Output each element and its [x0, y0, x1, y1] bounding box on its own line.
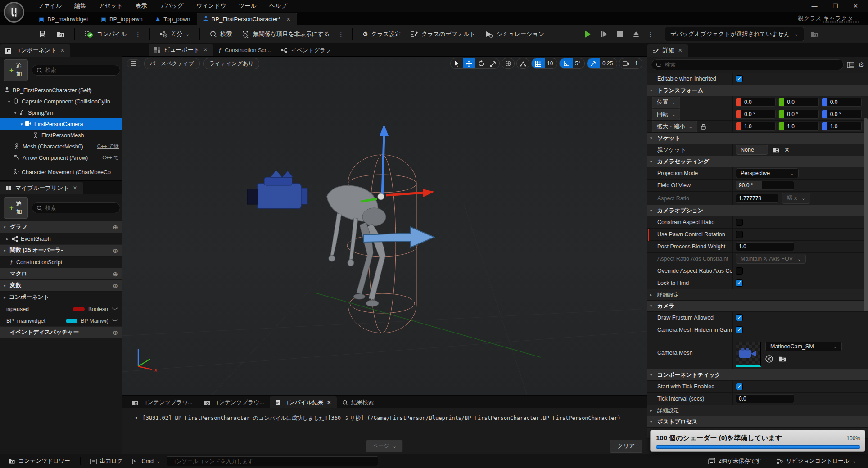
- category-socket[interactable]: ▾ソケット: [647, 133, 868, 144]
- tab-components[interactable]: コンポーネント ✕: [0, 44, 70, 57]
- row-advanced-tick[interactable]: ▸詳細設定: [647, 405, 868, 416]
- add-macro-icon[interactable]: ⊕: [113, 270, 118, 278]
- projection-mode-select[interactable]: Perspective⌄: [736, 168, 799, 178]
- section-graphs[interactable]: ▾ グラフ ⊕: [0, 221, 122, 233]
- rotation-z-field[interactable]: 0.0 °: [822, 110, 862, 119]
- expander-icon[interactable]: ▸: [4, 295, 9, 300]
- draw-frustum-checkbox[interactable]: [736, 314, 743, 321]
- aspect-ratio-unit-select[interactable]: 幅 x⌄: [782, 193, 810, 204]
- aspect-ratio-field[interactable]: 1.777778: [736, 194, 778, 203]
- play-button[interactable]: [581, 28, 594, 40]
- viewport-3d[interactable]: パースペクティブ ライティングあり 10: [122, 57, 647, 395]
- add-graph-icon[interactable]: ⊕: [113, 224, 118, 231]
- close-icon[interactable]: ✕: [72, 185, 77, 191]
- row-var-bp-mainwidget[interactable]: BP_mainwidget BP Mainwi(: [0, 315, 122, 327]
- clear-button[interactable]: クリア: [610, 440, 642, 453]
- category-camera-settings[interactable]: ▾カメラセッティング: [647, 156, 868, 167]
- maximize-button[interactable]: ❐: [832, 3, 838, 9]
- lock-to-hmd-checkbox[interactable]: [736, 279, 743, 287]
- row-eventgraph[interactable]: ▸ EventGraph: [0, 233, 122, 245]
- output-log-button[interactable]: 出力ログ: [87, 455, 127, 467]
- menu-file[interactable]: ファイル: [32, 0, 67, 12]
- grid-snap-value[interactable]: 10: [545, 60, 557, 67]
- scale-z-field[interactable]: 1.0: [822, 122, 862, 131]
- perspective-button[interactable]: パースペクティブ: [144, 58, 200, 69]
- tab-top-pown[interactable]: ♟ Top_pown: [149, 13, 197, 25]
- add-variable-icon[interactable]: ⊕: [113, 282, 118, 289]
- debug-object-select[interactable]: デバッグオブジェクトが選択されていません ⌄: [665, 27, 804, 41]
- menu-window[interactable]: ウィンドウ: [191, 0, 232, 12]
- class-defaults-button[interactable]: クラスのデフォルト: [407, 27, 479, 41]
- content-drawer-button[interactable]: コンテンツドロワー: [5, 455, 74, 467]
- override-aspect-ratio-checkbox[interactable]: [736, 267, 743, 274]
- category-camera-options[interactable]: ▾カメラオプション: [647, 205, 868, 216]
- row-var-ispaused[interactable]: ispaused Boolean: [0, 303, 122, 315]
- scale-snap-value[interactable]: 0.25: [600, 60, 617, 67]
- section-variables[interactable]: ▾ 変数 ⊕: [0, 280, 122, 292]
- tree-row-charactermovement[interactable]: Character Movement (CharMoveCo: [0, 166, 122, 178]
- details-settings-gear-icon[interactable]: ⚙: [859, 61, 864, 69]
- tab-find-results[interactable]: 結果検索: [337, 396, 379, 408]
- expander-icon[interactable]: ▾: [19, 122, 24, 126]
- simulation-button[interactable]: シミュレーション: [482, 27, 548, 41]
- camera-speed-icon[interactable]: [619, 58, 633, 68]
- expander-icon[interactable]: ▾: [6, 99, 12, 104]
- start-with-tick-checkbox[interactable]: [736, 383, 743, 390]
- my-blueprint-search-input[interactable]: [45, 205, 115, 211]
- cpp-inherit-link[interactable]: C++ で継: [97, 143, 119, 150]
- row-advanced-camera-options[interactable]: ▸詳細設定: [647, 289, 868, 301]
- details-search[interactable]: [651, 59, 844, 70]
- compile-button[interactable]: コンパイル: [81, 27, 131, 41]
- folder-search-icon[interactable]: [773, 147, 780, 153]
- components-search-input[interactable]: [45, 67, 115, 73]
- section-dispatchers[interactable]: イベントディスパッチャー ⊕: [0, 327, 122, 338]
- rotation-y-field[interactable]: 0.0 °: [778, 110, 818, 119]
- clear-socket-icon[interactable]: ✕: [784, 146, 790, 153]
- location-x-field[interactable]: 0.0: [736, 98, 776, 107]
- unsaved-assets-button[interactable]: 2個が未保存です: [705, 455, 765, 467]
- use-selected-icon[interactable]: [765, 355, 773, 363]
- details-scrollbar[interactable]: [864, 118, 868, 311]
- tree-row-mesh[interactable]: Mesh (CharacterMesh0) C++ で継: [0, 141, 122, 152]
- select-tool[interactable]: [451, 58, 463, 68]
- rotation-snap-toggle[interactable]: [560, 58, 573, 68]
- world-local-toggle[interactable]: [502, 58, 514, 68]
- menu-help[interactable]: ヘルプ: [264, 0, 293, 12]
- eye-closed-icon[interactable]: [112, 307, 118, 311]
- row-components-category[interactable]: ▸ コンポーネント: [0, 292, 122, 303]
- constrain-aspect-ratio-checkbox[interactable]: [736, 219, 743, 226]
- tab-content-browser-1[interactable]: コンテンツブラウ...: [127, 396, 198, 408]
- category-camera[interactable]: ▾カメラ: [647, 301, 868, 312]
- diff-button[interactable]: 差分 ⌄: [156, 27, 193, 41]
- tab-bp-firstpersoncharacter[interactable]: BP_FirstPersonCharacter* ✕: [197, 13, 297, 25]
- tree-row-capsule[interactable]: ▾ Capsule Component (CollisionCylin: [0, 96, 122, 107]
- eye-closed-icon[interactable]: [112, 319, 118, 323]
- rotation-snap-value[interactable]: 5°: [573, 60, 584, 67]
- tree-row-self[interactable]: BP_FirstPersonCharacter (Self): [0, 85, 122, 96]
- hide-unrelated-options-icon[interactable]: ⋮: [336, 31, 346, 38]
- scale-y-field[interactable]: 1.0: [778, 122, 818, 131]
- tab-content-browser-2[interactable]: コンテンツブラウ...: [198, 396, 270, 408]
- menu-view[interactable]: 表示: [130, 0, 152, 12]
- tab-event-graph[interactable]: イベントグラフ: [276, 45, 337, 56]
- console-command-input[interactable]: [167, 456, 378, 466]
- details-search-input[interactable]: [665, 62, 839, 68]
- location-type-select[interactable]: 位置⌄: [652, 97, 680, 108]
- revision-control-button[interactable]: リビジョンコントロール ⌄: [773, 455, 860, 467]
- lock-open-icon[interactable]: [701, 124, 706, 130]
- tree-row-firstpersoncamera[interactable]: ▾ FirstPersonCamera: [0, 118, 122, 130]
- fov-field[interactable]: 90.0 °: [736, 181, 794, 190]
- add-function-icon[interactable]: ⊕: [113, 247, 118, 254]
- play-options-icon[interactable]: ⋮: [646, 31, 656, 38]
- add-blueprint-item-button[interactable]: + 追加: [4, 197, 28, 219]
- add-dispatcher-icon[interactable]: ⊕: [113, 329, 118, 336]
- expander-icon[interactable]: ▾: [13, 111, 18, 115]
- menu-edit[interactable]: 編集: [69, 0, 91, 12]
- tab-my-blueprint[interactable]: マイブループリント ✕: [0, 182, 83, 194]
- display-filter-icon[interactable]: [847, 61, 854, 69]
- camera-mesh-hidden-checkbox[interactable]: [736, 326, 743, 333]
- editable-when-inherited-checkbox[interactable]: [736, 75, 743, 82]
- tree-row-firstpersonmesh[interactable]: FirstPersonMesh: [0, 130, 122, 141]
- my-blueprint-search[interactable]: [32, 202, 120, 213]
- category-transform[interactable]: ▾トランスフォーム: [647, 85, 868, 96]
